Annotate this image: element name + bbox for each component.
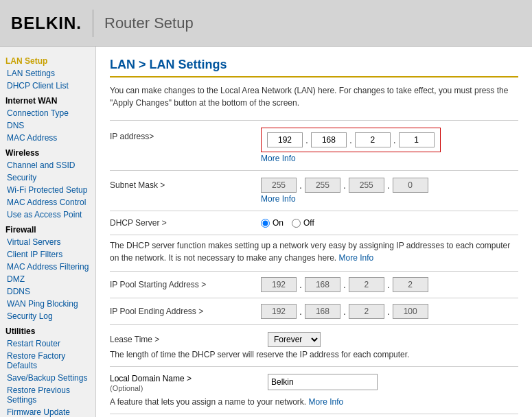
lease-time-row: Lease Time > Forever1 hour2 hours8 hours… [110, 324, 518, 366]
ip-pool-end-row: IP Pool Ending Address > . . . [110, 298, 518, 324]
sidebar-section: Internet WAN [0, 92, 95, 107]
subnet-mask-row: Subnet Mask > . . . More Info [110, 170, 518, 211]
lease-time-label: Lease Time > [110, 335, 261, 344]
dhcp-server-label: DHCP Server > [110, 218, 167, 228]
ip-octet4[interactable] [399, 132, 435, 147]
sidebar-item-dmz[interactable]: DMZ [0, 273, 95, 285]
header: BELKIN. Router Setup [0, 0, 532, 47]
sidebar-item-dns[interactable]: DNS [0, 119, 95, 132]
pool-start-octet4[interactable] [393, 277, 428, 292]
local-domain-label: Local Domain Name > [110, 374, 192, 383]
sidebar-item-restore-factory-defaults[interactable]: Restore Factory Defaults [0, 350, 95, 372]
subnet-mask-group: . . . [261, 178, 428, 193]
ip-address-group: . . . [261, 128, 441, 152]
dhcp-radio-group: On Off [261, 218, 314, 228]
ip-pool-end-label: IP Pool Ending Address > [110, 307, 203, 316]
page-title: LAN > LAN Settings [110, 58, 518, 78]
local-domain-row: Local Domain Name > (Optional) A feature… [110, 366, 518, 414]
sidebar-section: Firewall [0, 221, 95, 236]
dhcp-off-radio[interactable] [292, 219, 301, 228]
pool-end-octet1[interactable] [261, 304, 297, 319]
pool-end-octet3[interactable] [349, 304, 384, 319]
subnet-octet1[interactable] [261, 178, 297, 193]
local-domain-more-info[interactable]: More Info [309, 397, 344, 407]
main-layout: LAN SetupLAN SettingsDHCP Client ListInt… [0, 47, 532, 417]
sidebar-item-mac-address-control[interactable]: MAC Address Control [0, 196, 95, 208]
sidebar: LAN SetupLAN SettingsDHCP Client ListInt… [0, 47, 96, 417]
sidebar-item-restore-previous-settings[interactable]: Restore Previous Settings [0, 384, 95, 406]
lease-time-select[interactable]: Forever1 hour2 hours8 hours24 hours [268, 332, 321, 347]
sidebar-item-security[interactable]: Security [0, 171, 95, 184]
content-area: LAN > LAN Settings You can make changes … [96, 47, 532, 417]
local-domain-optional: (Optional) [110, 384, 143, 392]
pool-end-octet2[interactable] [305, 304, 340, 319]
sidebar-item-lan-settings[interactable]: LAN Settings [0, 67, 95, 80]
sidebar-item-client-ip-filters[interactable]: Client IP Filters [0, 248, 95, 261]
page-description: You can make changes to the Local Area N… [110, 84, 518, 109]
sidebar-item-dhcp-client-list[interactable]: DHCP Client List [0, 80, 95, 92]
local-domain-feature: A feature that lets you assign a name to… [110, 397, 518, 407]
sidebar-item-mac-address-filtering[interactable]: MAC Address Filtering [0, 261, 95, 273]
ip-pool-start-group: . . . [261, 277, 428, 292]
header-title: Router Setup [104, 14, 194, 32]
subnet-octet2[interactable] [305, 178, 340, 193]
ip-pool-start-row: IP Pool Starting Address > . . . [110, 271, 518, 298]
ip-octet2[interactable] [311, 132, 347, 147]
sidebar-item-virtual-servers[interactable]: Virtual Servers [0, 236, 95, 248]
local-domain-input[interactable] [268, 374, 378, 390]
ip-octet1[interactable] [267, 132, 303, 147]
sidebar-item-security-log[interactable]: Security Log [0, 310, 95, 322]
sidebar-item-channel-and-ssid[interactable]: Channel and SSID [0, 159, 95, 171]
sidebar-item-use-as-access-point[interactable]: Use as Access Point [0, 208, 95, 221]
sidebar-item-restart-router[interactable]: Restart Router [0, 337, 95, 350]
sidebar-item-connection-type[interactable]: Connection Type [0, 107, 95, 119]
sidebar-item-wan-ping-blocking[interactable]: WAN Ping Blocking [0, 298, 95, 310]
button-row: Clear Changes Apply Changes [110, 414, 518, 417]
local-domain-inner: Local Domain Name > (Optional) [110, 374, 518, 393]
dhcp-server-row: DHCP Server > On Off [110, 211, 518, 235]
lease-time-inner: Lease Time > Forever1 hour2 hours8 hours… [110, 332, 518, 347]
logo: BELKIN. [11, 14, 82, 33]
sidebar-item-wi-fi-protected-setup[interactable]: Wi-Fi Protected Setup [0, 184, 95, 196]
ip-pool-start-label: IP Pool Starting Address > [110, 280, 206, 289]
sidebar-item-save/backup-settings[interactable]: Save/Backup Settings [0, 372, 95, 384]
sidebar-section: Utilities [0, 322, 95, 337]
subnet-octet4[interactable] [393, 178, 428, 193]
header-divider [93, 10, 93, 37]
dhcp-description: The DHCP server function makes setting u… [110, 235, 518, 271]
pool-start-octet1[interactable] [261, 277, 297, 292]
lease-time-description: The length of time the DHCP server will … [110, 350, 518, 359]
ip-address-more-info[interactable]: More Info [261, 154, 441, 163]
pool-start-octet3[interactable] [349, 277, 384, 292]
sidebar-section: LAN Setup [0, 52, 95, 67]
ip-octet3[interactable] [355, 132, 391, 147]
subnet-mask-more-info[interactable]: More Info [261, 194, 428, 204]
ip-address-row: IP address> . . . More Info [110, 120, 518, 170]
dhcp-more-info[interactable]: More Info [339, 253, 374, 263]
pool-start-octet2[interactable] [305, 277, 340, 292]
dhcp-on-label[interactable]: On [261, 218, 284, 228]
sidebar-item-firmware-update[interactable]: Firmware Update [0, 406, 95, 417]
ip-address-label: IP address> [110, 132, 154, 141]
sidebar-section: Wireless [0, 144, 95, 159]
pool-end-octet4[interactable] [393, 304, 428, 319]
domain-label-block: Local Domain Name > (Optional) [110, 374, 261, 393]
dhcp-on-radio[interactable] [261, 219, 270, 228]
ip-pool-end-group: . . . [261, 304, 428, 319]
subnet-octet3[interactable] [349, 178, 384, 193]
dhcp-off-label[interactable]: Off [292, 218, 314, 228]
sidebar-item-mac-address[interactable]: MAC Address [0, 132, 95, 144]
sidebar-item-ddns[interactable]: DDNS [0, 285, 95, 298]
subnet-mask-label: Subnet Mask > [110, 180, 165, 190]
